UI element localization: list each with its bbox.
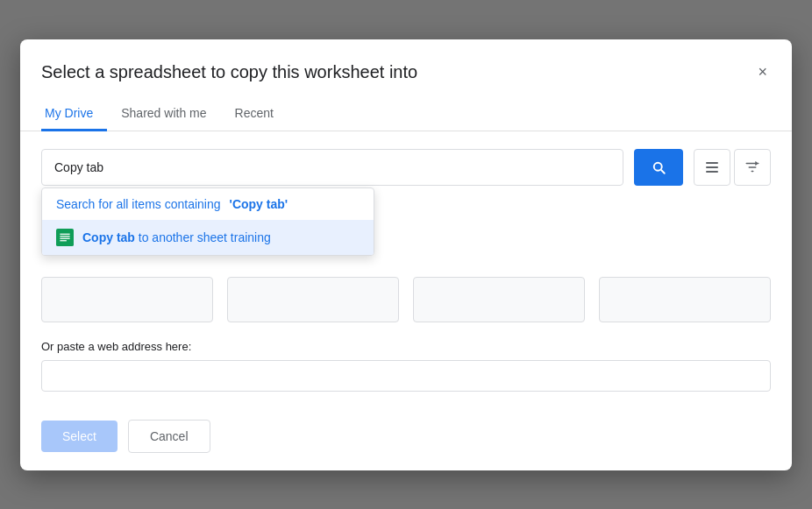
web-address-label: Or paste a web address here: (41, 340, 771, 353)
search-button[interactable] (634, 149, 683, 186)
list-view-button[interactable] (694, 149, 730, 186)
dropdown-menu: Search for all items containing 'Copy ta… (41, 187, 374, 256)
search-all-query: 'Copy tab' (230, 197, 288, 211)
list-icon (702, 159, 722, 176)
tab-shared-with-me[interactable]: Shared with me (107, 97, 220, 131)
search-row (41, 149, 771, 186)
file-card-1[interactable] (41, 277, 213, 322)
svg-rect-0 (56, 229, 74, 246)
web-address-input[interactable] (41, 360, 771, 392)
svg-rect-4 (60, 240, 67, 241)
file-card-4[interactable] (599, 277, 771, 322)
file-card-2[interactable] (227, 277, 399, 322)
icon-buttons (694, 149, 771, 186)
tab-recent[interactable]: Recent (221, 97, 288, 131)
file-card-3[interactable] (413, 277, 585, 322)
search-dropdown: Search for all items containing 'Copy ta… (41, 187, 771, 256)
svg-rect-2 (60, 236, 69, 237)
search-input-wrapper (41, 149, 623, 186)
result-name-bold: Copy tab (82, 230, 135, 244)
tabs-row: My Drive Shared with me Recent (20, 83, 792, 131)
modal-header: Select a spreadsheet to copy this worksh… (20, 39, 792, 83)
sheets-icon (56, 229, 74, 246)
result-name-rest: to another sheet training (135, 230, 271, 244)
tab-my-drive[interactable]: My Drive (41, 97, 107, 131)
search-input[interactable] (41, 149, 623, 186)
modal-title: Select a spreadsheet to copy this worksh… (41, 60, 417, 83)
cancel-button[interactable]: Cancel (128, 420, 210, 453)
sort-button[interactable] (734, 149, 771, 186)
svg-rect-3 (60, 237, 69, 238)
sort-icon (744, 159, 760, 175)
dialog: Select a spreadsheet to copy this worksh… (20, 39, 792, 470)
search-icon (651, 159, 666, 175)
close-button[interactable]: × (754, 60, 771, 83)
search-result-item[interactable]: Copy tab to another sheet training (42, 220, 374, 255)
search-all-prefix: Search for all items containing (56, 197, 221, 211)
result-text: Copy tab to another sheet training (82, 230, 271, 244)
web-address-section: Or paste a web address here: (41, 340, 771, 406)
modal-body: Search for all items containing 'Copy ta… (20, 131, 792, 406)
file-cards-row (41, 277, 771, 322)
svg-rect-1 (60, 233, 69, 234)
select-button[interactable]: Select (41, 421, 118, 452)
search-all-item[interactable]: Search for all items containing 'Copy ta… (42, 188, 374, 220)
modal-footer: Select Cancel (20, 406, 792, 470)
